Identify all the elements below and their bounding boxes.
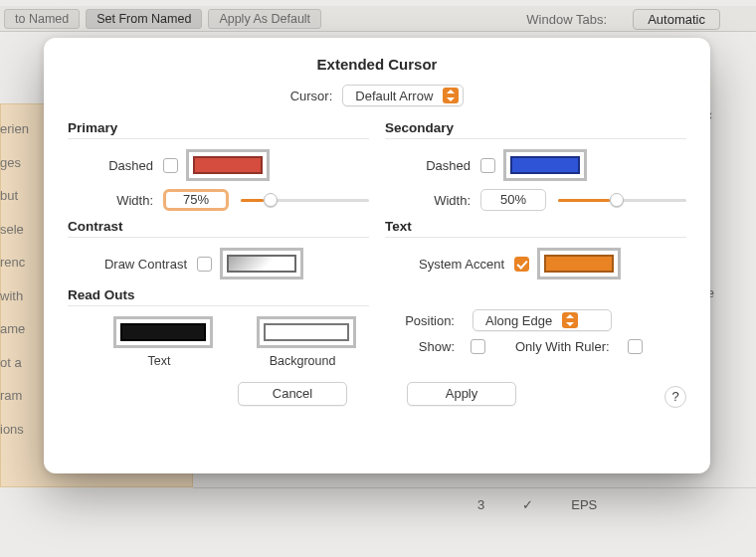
stepper-arrows-icon [562, 312, 578, 328]
set-from-named-button[interactable]: Set From Named [86, 9, 202, 29]
system-accent-checkbox[interactable] [514, 257, 529, 272]
primary-width-field[interactable]: 75% [163, 189, 229, 211]
readout-show-checkbox[interactable] [471, 339, 485, 354]
readouts-heading: Read Outs [68, 287, 369, 302]
background-cropped-text: erien ges but sele renc with ame ot a ra… [0, 119, 42, 453]
secondary-dashed-checkbox[interactable] [480, 158, 495, 173]
readout-background-swatch[interactable] [257, 316, 356, 348]
primary-width-slider[interactable] [241, 191, 369, 209]
cursor-label: Cursor: [290, 89, 333, 103]
secondary-color-swatch[interactable] [503, 149, 587, 181]
readout-background-label: Background [249, 354, 356, 368]
dialog-title: Extended Cursor [68, 56, 686, 73]
readout-text-label: Text [105, 354, 213, 368]
contrast-color-swatch[interactable] [220, 248, 303, 279]
readout-position-value: Along Edge [485, 313, 552, 328]
window-tabs-popup[interactable]: Automatic [633, 9, 720, 30]
cursor-popup[interactable]: Default Arrow [342, 85, 464, 106]
secondary-width-slider[interactable] [558, 191, 686, 209]
apply-as-default-button[interactable]: Apply As Default [208, 9, 321, 29]
primary-color-swatch[interactable] [186, 149, 270, 181]
background-format-row: 3 ✓ EPS [477, 497, 597, 512]
readout-text-swatch[interactable] [113, 316, 213, 348]
text-heading: Text [385, 219, 686, 234]
primary-width-label: Width: [68, 193, 163, 208]
cursor-popup-value: Default Arrow [355, 89, 433, 103]
window-tabs-label: Window Tabs: [526, 12, 607, 27]
text-color-swatch[interactable] [537, 248, 621, 279]
primary-dashed-label: Dashed [68, 158, 163, 173]
help-button[interactable]: ? [664, 386, 686, 408]
primary-dashed-checkbox[interactable] [163, 158, 178, 173]
readout-show-label: Show: [385, 339, 465, 354]
background-divider [193, 487, 756, 488]
background-toolbar: to Named Set From Named Apply As Default… [0, 6, 756, 32]
extended-cursor-dialog: Extended Cursor Cursor: Default Arrow Pr… [44, 38, 710, 473]
secondary-dashed-label: Dashed [385, 158, 480, 173]
secondary-width-label: Width: [385, 193, 480, 208]
stepper-arrows-icon [443, 88, 459, 103]
cancel-button[interactable]: Cancel [238, 382, 347, 406]
contrast-heading: Contrast [68, 219, 369, 234]
only-with-ruler-checkbox[interactable] [628, 339, 643, 354]
apply-button[interactable]: Apply [407, 382, 516, 406]
readout-position-popup[interactable]: Along Edge [472, 309, 612, 331]
secondary-heading: Secondary [385, 120, 686, 135]
secondary-width-field[interactable]: 50% [480, 189, 546, 211]
save-to-named-button[interactable]: to Named [4, 9, 80, 29]
system-accent-label: System Accent [385, 257, 514, 272]
draw-contrast-checkbox[interactable] [197, 257, 212, 272]
primary-heading: Primary [68, 120, 369, 135]
readout-position-label: Position: [385, 313, 465, 328]
only-with-ruler-label: Only With Ruler: [515, 339, 610, 354]
draw-contrast-label: Draw Contrast [68, 257, 197, 272]
